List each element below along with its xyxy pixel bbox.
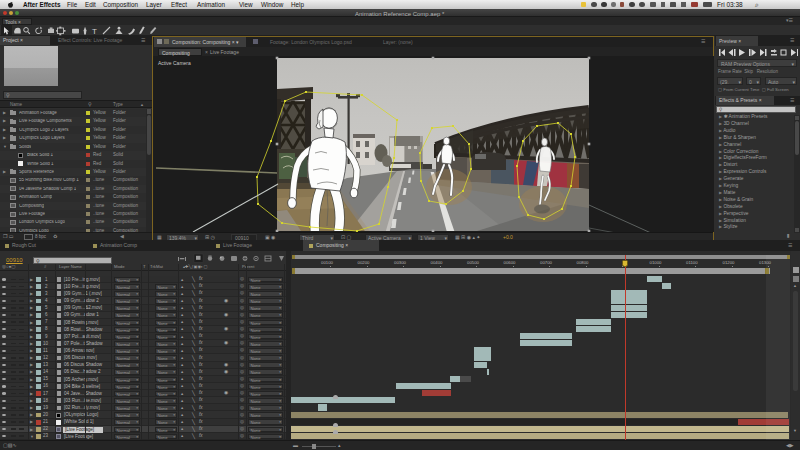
svg-text:T: T bbox=[92, 27, 97, 36]
